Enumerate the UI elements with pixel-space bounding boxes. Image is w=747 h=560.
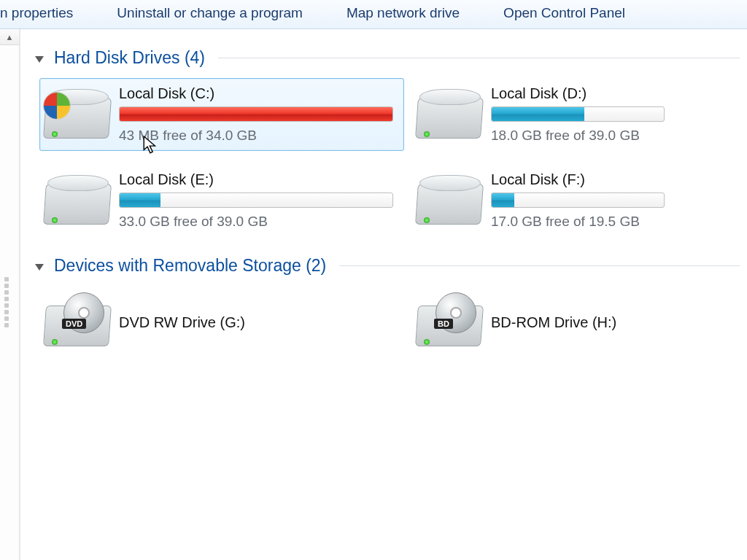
drive-e[interactable]: Local Disk (E:) 33.0 GB free of 39.0 GB [39,164,404,237]
toolbar-uninstall-program[interactable]: Uninstall or change a program [95,5,325,21]
drives-content: Hard Disk Drives (4) Local Disk (C:) 43 … [20,29,747,560]
capacity-bar [491,192,665,208]
hard-drive-icon [44,174,112,228]
drive-g[interactable]: DVD DVD RW Drive (G:) [39,286,404,359]
drive-f[interactable]: Local Disk (F:) 17.0 GB free of 19.5 GB [411,164,740,237]
drive-free-text: 17.0 GB free of 19.5 GB [491,214,733,230]
group-removable-storage[interactable]: Devices with Removable Storage (2) [35,256,740,276]
drive-label: Local Disk (E:) [119,171,398,188]
drive-label: Local Disk (F:) [491,171,733,188]
pane-grip-icon[interactable] [4,277,9,328]
drive-free-text: 33.0 GB free of 39.0 GB [119,214,398,230]
hard-drive-icon [417,174,484,228]
toolbar-open-control-panel[interactable]: Open Control Panel [481,5,625,21]
windows-logo-icon [43,92,71,120]
toolbar-map-network-drive[interactable]: Map network drive [325,5,481,21]
collapse-arrow-icon[interactable] [35,264,44,271]
drive-label: BD-ROM Drive (H:) [491,314,733,331]
drive-label: DVD RW Drive (G:) [119,314,398,331]
group-title: Devices with Removable Storage (2) [54,256,326,276]
toolbar-system-properties[interactable]: n properties [0,5,95,21]
drive-d[interactable]: Local Disk (D:) 18.0 GB free of 39.0 GB [411,78,740,151]
group-title: Hard Disk Drives (4) [54,48,205,68]
divider [339,265,740,266]
toolbar: n properties Uninstall or change a progr… [0,0,747,29]
optical-drive-icon: BD [417,295,484,349]
hard-drive-icon [417,88,484,141]
group-hard-disk-drives[interactable]: Hard Disk Drives (4) [35,48,740,68]
drive-label: Local Disk (D:) [491,85,733,102]
drive-free-text: 43 MB free of 34.0 GB [119,128,398,144]
drive-label: Local Disk (C:) [119,85,398,102]
divider [218,58,740,58]
capacity-bar [491,106,665,122]
disc-badge: BD [434,319,453,329]
drive-c[interactable]: Local Disk (C:) 43 MB free of 34.0 GB [39,78,404,151]
collapse-arrow-icon[interactable] [35,56,44,63]
navigation-pane-collapsed[interactable] [0,29,20,560]
drive-h[interactable]: BD BD-ROM Drive (H:) [411,286,740,359]
scroll-up-icon[interactable] [0,29,19,45]
capacity-bar [119,192,393,208]
disc-badge: DVD [62,319,86,329]
drive-free-text: 18.0 GB free of 39.0 GB [491,128,733,144]
capacity-bar [119,106,393,122]
optical-drive-icon: DVD [44,295,112,349]
hard-drive-icon [44,88,112,141]
